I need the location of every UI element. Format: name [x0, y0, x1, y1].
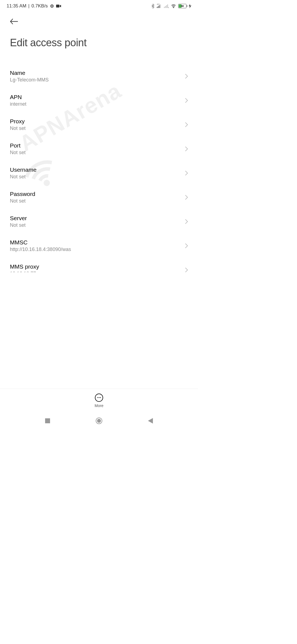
- chevron-right-icon: [185, 170, 188, 176]
- chevron-right-icon: [185, 122, 188, 127]
- svg-rect-5: [160, 4, 161, 8]
- setting-value: Not set: [10, 198, 35, 204]
- svg-rect-3: [158, 6, 159, 8]
- nav-recent-button[interactable]: [44, 417, 51, 424]
- setting-value: http://10.16.18.4:38090/was: [10, 247, 71, 252]
- setting-value: 10.16.18.77: [10, 271, 39, 272]
- nav-back-button[interactable]: [147, 417, 154, 424]
- setting-value: Lg-Telecom-MMS: [10, 77, 49, 83]
- svg-point-14: [97, 419, 101, 423]
- setting-item-proxy[interactable]: Proxy Not set: [10, 113, 188, 137]
- square-icon: [45, 418, 50, 423]
- setting-item-mmsc[interactable]: MMSC http://10.16.18.4:38090/was: [10, 234, 188, 258]
- svg-rect-7: [165, 6, 166, 8]
- setting-value: Not set: [10, 125, 26, 131]
- setting-label: Name: [10, 70, 49, 76]
- svg-rect-6: [164, 7, 165, 8]
- signal-no-sim-icon: ✕: [164, 4, 169, 8]
- setting-label: Port: [10, 142, 26, 149]
- chevron-right-icon: [185, 98, 188, 103]
- setting-label: MMS proxy: [10, 263, 39, 270]
- svg-rect-12: [45, 418, 50, 423]
- bluetooth-icon: [151, 4, 155, 9]
- setting-item-apn[interactable]: APN internet: [10, 88, 188, 113]
- setting-label: Username: [10, 167, 37, 173]
- more-label: More: [95, 403, 103, 408]
- svg-point-11: [173, 7, 174, 8]
- status-left: 11:35 AM | 0.7KB/s: [7, 3, 61, 9]
- page-title: Edit access point: [10, 37, 188, 49]
- triangle-left-icon: [148, 418, 153, 424]
- settings-list: Name Lg-Telecom-MMS APN internet Proxy N…: [0, 64, 198, 272]
- setting-label: Server: [10, 215, 27, 222]
- setting-item-server[interactable]: Server Not set: [10, 209, 188, 234]
- setting-label: MMSC: [10, 239, 71, 246]
- chevron-right-icon: [185, 219, 188, 224]
- status-data-rate: 0.7KB/s: [31, 3, 48, 9]
- setting-item-port[interactable]: Port Not set: [10, 137, 188, 161]
- status-separator: |: [28, 3, 29, 9]
- chevron-right-icon: [185, 73, 188, 79]
- arrow-left-icon: [10, 18, 18, 25]
- svg-rect-2: [157, 7, 158, 8]
- setting-value: internet: [10, 101, 26, 107]
- setting-item-mms-proxy[interactable]: MMS proxy 10.16.18.77: [10, 258, 188, 272]
- setting-value: Not set: [10, 174, 37, 180]
- status-time: 11:35 AM: [7, 3, 26, 9]
- svg-rect-1: [56, 5, 59, 8]
- setting-item-username[interactable]: Username Not set: [10, 161, 188, 185]
- nav-home-button[interactable]: [95, 417, 103, 424]
- setting-label: APN: [10, 94, 26, 100]
- svg-rect-4: [159, 5, 160, 8]
- status-bar: 11:35 AM | 0.7KB/s 4G ✕: [0, 0, 198, 12]
- setting-label: Password: [10, 191, 35, 197]
- setting-item-password[interactable]: Password Not set: [10, 185, 188, 209]
- setting-label: Proxy: [10, 118, 26, 125]
- signal-4g-icon: 4G: [157, 4, 162, 8]
- header: Edit access point: [0, 12, 198, 49]
- svg-text:✕: ✕: [168, 7, 169, 8]
- circle-icon: [96, 417, 102, 424]
- navigation-bar: [0, 412, 198, 429]
- status-right: 4G ✕ 38: [151, 4, 191, 9]
- chevron-right-icon: [185, 195, 188, 200]
- battery-icon: 38: [178, 4, 186, 8]
- bottom-action-bar: More: [0, 389, 198, 412]
- charging-icon: [189, 4, 191, 8]
- gear-icon: [50, 4, 54, 8]
- chevron-right-icon: [185, 146, 188, 152]
- camera-icon: [56, 4, 61, 8]
- svg-rect-8: [166, 5, 167, 8]
- setting-value: Not set: [10, 222, 27, 228]
- chevron-right-icon: [185, 267, 188, 272]
- setting-value: Not set: [10, 150, 26, 155]
- setting-item-name[interactable]: Name Lg-Telecom-MMS: [10, 64, 188, 88]
- more-button[interactable]: More: [95, 394, 103, 408]
- wifi-icon: [171, 4, 176, 8]
- chevron-right-icon: [185, 243, 188, 249]
- more-icon: [95, 394, 103, 402]
- back-button[interactable]: [10, 16, 21, 27]
